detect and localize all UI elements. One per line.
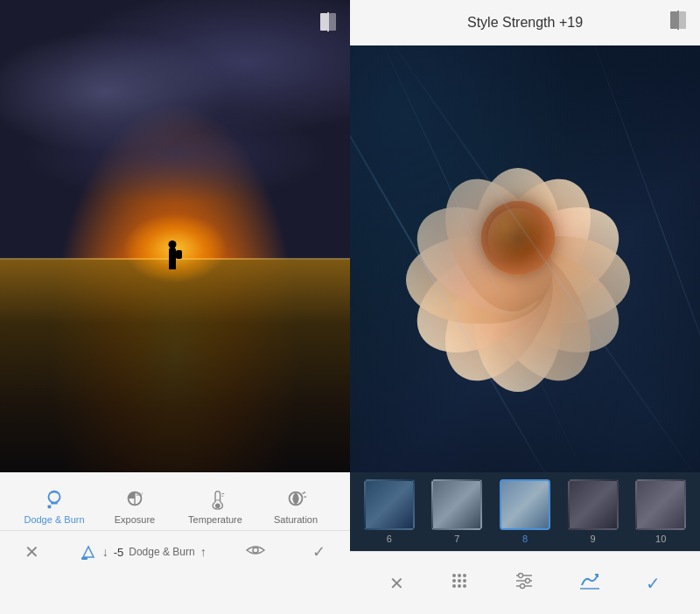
svg-point-16 [463, 574, 466, 577]
style-thumb-8[interactable]: 8 [493, 479, 557, 544]
style-thumb-6-image [364, 479, 415, 530]
svg-point-27 [525, 578, 529, 583]
right-panel: Style Strength +19 [350, 0, 700, 614]
confirm-button[interactable]: ✓ [305, 539, 332, 565]
svg-rect-4 [48, 505, 52, 508]
value-display: -5 [114, 546, 124, 559]
style-thumb-10-label: 10 [655, 534, 666, 544]
style-thumb-9-label: 9 [591, 534, 596, 544]
style-transfer-button[interactable] [571, 562, 608, 604]
flower-composition [350, 45, 700, 472]
temperature-label: Temperature [188, 514, 242, 525]
svg-point-21 [458, 584, 461, 588]
left-image-water [0, 260, 350, 472]
saturation-icon [282, 485, 310, 513]
svg-point-19 [463, 579, 466, 583]
style-thumb-10[interactable]: 10 [628, 479, 693, 544]
style-thumbnails-strip: 6 7 8 9 10 [350, 472, 700, 551]
active-tool-info: ↓ -5 Dodge & Burn ↑ [80, 543, 206, 561]
style-thumb-6[interactable]: 6 [357, 479, 422, 544]
tool-options: Dodge & Burn EV Exposure [0, 479, 350, 530]
tool-temperature[interactable]: Temperature [185, 485, 246, 525]
svg-point-15 [458, 574, 461, 577]
svg-point-14 [452, 574, 456, 577]
compare-icon[interactable] [317, 10, 340, 38]
tool-dodge-burn[interactable]: Dodge & Burn [24, 485, 85, 525]
saturation-label: Saturation [274, 514, 318, 525]
svg-text:EV: EV [136, 492, 144, 497]
right-cancel-button[interactable]: ✕ [382, 566, 411, 601]
silhouette [164, 230, 180, 269]
compare-icon-right[interactable] [667, 9, 690, 37]
filter-grid-button[interactable] [442, 563, 477, 604]
left-toolbar: Dodge & Burn EV Exposure [0, 472, 350, 614]
right-image [350, 45, 700, 472]
svg-rect-12 [679, 11, 686, 29]
eye-button[interactable] [239, 540, 272, 564]
exposure-label: Exposure [115, 514, 155, 525]
svg-rect-1 [329, 13, 336, 31]
style-thumb-7-label: 7 [454, 534, 459, 544]
dodge-burn-icon [40, 485, 68, 513]
decrease-icon: ↓ [102, 545, 108, 559]
bottom-action-bar: ✕ ↓ -5 Dodge & Burn ↑ ✓ [0, 530, 350, 573]
tool-saturation[interactable]: Saturation [265, 485, 326, 525]
style-thumb-6-label: 6 [387, 534, 392, 544]
tool-exposure[interactable]: EV Exposure [104, 485, 165, 525]
temperature-icon [201, 485, 229, 513]
svg-point-28 [520, 583, 524, 588]
sliders-button[interactable] [507, 563, 542, 604]
style-strength-title: Style Strength +19 [467, 15, 583, 31]
style-thumb-7[interactable]: 7 [425, 479, 490, 544]
style-thumb-8-image [500, 479, 550, 530]
silhouette-body [169, 248, 176, 269]
current-tool-name: Dodge & Burn [129, 546, 194, 558]
svg-point-17 [452, 579, 456, 583]
right-confirm-button[interactable]: ✓ [639, 566, 668, 601]
exposure-icon: EV [121, 485, 149, 513]
svg-point-26 [518, 573, 522, 577]
svg-rect-9 [81, 557, 88, 560]
svg-point-7 [215, 504, 220, 509]
style-thumb-9[interactable]: 9 [561, 479, 626, 544]
art-streaks [350, 45, 700, 472]
increase-icon: ↑ [200, 545, 206, 559]
silhouette-bag [176, 250, 182, 259]
style-thumb-9-image [568, 479, 619, 530]
cancel-button[interactable]: ✕ [18, 538, 46, 566]
svg-point-18 [458, 579, 461, 583]
right-header: Style Strength +19 [350, 0, 700, 45]
svg-point-10 [253, 548, 258, 553]
left-image [0, 0, 350, 472]
svg-point-20 [452, 584, 456, 588]
right-bottom-bar: ✕ [350, 551, 700, 614]
svg-rect-11 [670, 11, 677, 29]
active-tool-icon [80, 543, 97, 561]
svg-rect-0 [320, 13, 327, 31]
dodge-burn-label: Dodge & Burn [24, 514, 84, 525]
style-thumb-10-image [635, 479, 686, 530]
svg-point-22 [463, 584, 466, 588]
style-thumb-7-image [431, 479, 482, 530]
left-panel: Dodge & Burn EV Exposure [0, 0, 350, 614]
style-thumb-8-label: 8 [522, 534, 528, 544]
